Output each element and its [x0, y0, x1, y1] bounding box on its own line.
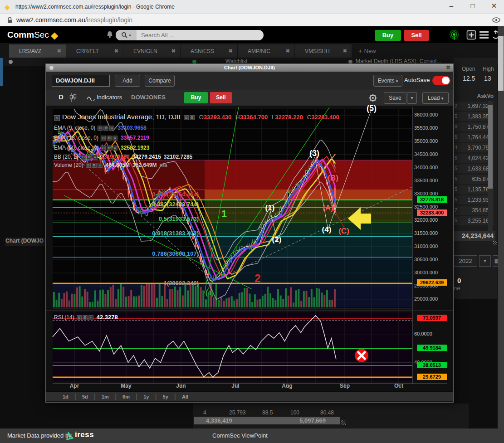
close-button[interactable]: ✕ — [487, 2, 501, 10]
tab-asn-ess[interactable]: ASN/ESS✖ — [181, 44, 237, 58]
price-fragment: 5 — [455, 197, 457, 202]
screen: ◆ https://www2.commsec.com.au/iressplugi… — [0, 0, 504, 443]
new-tab-label: New — [364, 48, 376, 54]
gear-icon[interactable]: ⚙ — [83, 315, 88, 320]
visibility-icon[interactable]: ⊙ — [101, 146, 106, 151]
open-label: Open — [462, 66, 475, 72]
wave-annotation: 1 — [221, 208, 227, 219]
remove-icon[interactable]: × — [109, 126, 114, 131]
page-scrollbar[interactable] — [498, 26, 504, 428]
tab-crr-flt[interactable]: CRR/FLT✖ — [66, 44, 123, 58]
resize-grip[interactable] — [341, 420, 346, 425]
zero-value: 0 — [457, 277, 461, 284]
legend-menu-icon[interactable]: ≡ — [54, 115, 60, 121]
window-dot-icon[interactable] — [9, 60, 13, 64]
gear-icon[interactable]: ⚙ — [107, 136, 112, 141]
high-value: 13 — [484, 75, 491, 82]
ohlc-key: C — [307, 114, 311, 121]
tab-close-icon[interactable]: ✖ — [229, 48, 233, 54]
menu-hamburger-icon[interactable] — [479, 31, 489, 39]
range-toolbar: 1d|5d|1m|6m|1y|5y|All — [46, 391, 453, 401]
year-caret-icon[interactable]: ▾ — [479, 255, 491, 267]
remove-icon[interactable]: × — [113, 146, 117, 151]
search-box[interactable]: ▾ — [116, 30, 264, 40]
search-input[interactable] — [137, 30, 264, 40]
visibility-icon[interactable]: ⊙ — [77, 315, 82, 320]
range-6m[interactable]: 6m — [117, 394, 136, 399]
url-bar[interactable]: www2.commsec.com.au/iressplugin/login — [0, 14, 504, 26]
tab-close-icon[interactable]: ✖ — [171, 48, 176, 54]
wave-annotation: (A) — [323, 204, 333, 212]
range-all[interactable]: All — [176, 394, 194, 399]
ohlc-value: 33364.700 — [240, 114, 268, 121]
panel-scrollbar-thumb[interactable] — [488, 105, 493, 189]
panel-scrollbar[interactable] — [488, 101, 493, 233]
tab-evn-gln[interactable]: EVN/GLN✖ — [123, 44, 180, 58]
minimize-button[interactable]: – — [445, 2, 458, 10]
tab-close-icon[interactable]: ✖ — [343, 48, 347, 54]
page-scrollbar-thumb[interactable] — [498, 36, 504, 91]
background-table-strip — [193, 404, 469, 428]
gear-icon[interactable]: ⚙ — [107, 146, 112, 151]
range-1m[interactable]: 1m — [96, 394, 115, 399]
price-fragment: 5 — [455, 186, 457, 192]
visibility-icon[interactable]: ⊙ — [184, 115, 189, 120]
new-tab-button[interactable]: +New — [352, 44, 382, 58]
askvol-row: 5635,877 — [454, 175, 494, 184]
search-scope-dropdown[interactable]: ▾ — [116, 30, 137, 40]
visibility-icon[interactable]: ⊙ — [98, 126, 103, 131]
visibility-icon[interactable]: ⊙ — [86, 163, 91, 168]
high-label: High — [483, 66, 494, 72]
background-number: 100 — [290, 409, 299, 416]
red-x-marker-icon[interactable] — [355, 349, 368, 362]
range-1y[interactable]: 1y — [137, 394, 155, 399]
legend-volume: Volume (20)⊙⚙×464.805M352.649Mn/a — [54, 161, 167, 169]
workspace-tabs: LRS/AVZ✖CRR/FLT✖EVN/GLN✖ASN/ESS✖AMP/NIC✖… — [0, 43, 504, 58]
open-value: 12.5 — [463, 75, 475, 82]
tab-close-icon[interactable]: ✖ — [114, 48, 118, 54]
remove-icon[interactable]: × — [93, 155, 98, 160]
wave-annotation: (5) — [367, 104, 377, 113]
range-5y[interactable]: 5y — [157, 394, 174, 399]
url-text[interactable]: www2.commsec.com.au/iressplugin/login — [16, 16, 132, 24]
tab-close-icon[interactable]: ✖ — [57, 48, 61, 54]
panel-resize-grip[interactable] — [493, 241, 497, 245]
maximize-button[interactable]: □ — [466, 2, 480, 10]
remove-icon[interactable]: × — [98, 163, 103, 168]
browser-titlebar[interactable]: ◆ https://www2.commsec.com.au/iressplugi… — [0, 0, 504, 14]
gear-icon[interactable]: ⚙ — [103, 126, 108, 131]
add-panel-icon[interactable] — [466, 30, 476, 40]
range-1d[interactable]: 1d — [57, 394, 74, 399]
url-host: www2.commsec.com.au — [16, 16, 85, 24]
askvol-row: 81,750,877 — [454, 122, 494, 131]
wave-annotation: (1) — [265, 204, 275, 212]
tab-close-icon[interactable]: ✖ — [286, 48, 290, 54]
tab-lrs-avz[interactable]: LRS/AVZ✖ — [9, 44, 66, 58]
year-select[interactable]: 2022 — [454, 255, 477, 267]
market-status-beacon-icon[interactable] — [448, 29, 460, 41]
gear-icon[interactable]: ⚙ — [190, 115, 195, 120]
partial-text: ne — [454, 285, 460, 292]
sell-button[interactable]: Sell — [404, 30, 429, 41]
remove-icon[interactable]: × — [88, 315, 93, 320]
eye-icon[interactable] — [492, 17, 500, 23]
wave-annotation: 2 — [254, 272, 260, 284]
gear-icon[interactable]: ⚙ — [87, 155, 92, 160]
price-fragment: 5 — [455, 134, 457, 140]
price-fragment: 2 — [455, 103, 457, 108]
price-fragment: 5 — [455, 166, 457, 171]
price-fragment: 5 — [455, 176, 457, 181]
docked-chart-label[interactable]: Chart (DOWJO — [5, 238, 49, 246]
remove-icon[interactable]: × — [113, 136, 117, 141]
commsec-logo: CommSec◆ — [7, 30, 58, 41]
visibility-icon[interactable]: ⊙ — [101, 136, 106, 141]
askvol-header: AskVo — [477, 93, 494, 99]
ask-total: 5,097,669 — [299, 417, 326, 424]
visibility-icon[interactable]: ⊙ — [81, 155, 86, 160]
tab-vms-shh[interactable]: VMS/SHH✖ — [295, 44, 352, 58]
tab-amp-nic[interactable]: AMP/NIC✖ — [238, 44, 294, 58]
buy-button[interactable]: Buy — [375, 30, 401, 41]
range-5d[interactable]: 5d — [76, 394, 94, 399]
gear-icon[interactable]: ⚙ — [92, 163, 97, 168]
notifications-bell-icon[interactable] — [106, 30, 114, 39]
